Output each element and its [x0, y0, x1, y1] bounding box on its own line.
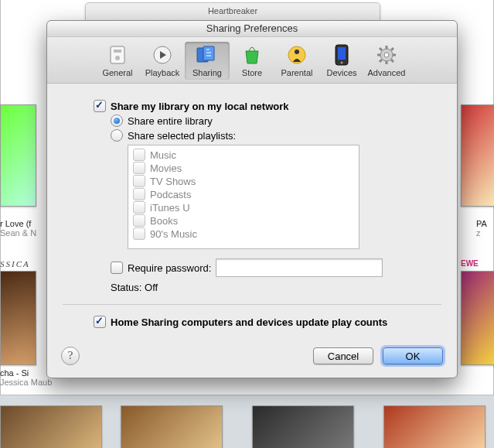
bg-caption: cha - Si	[0, 368, 29, 378]
cancel-button[interactable]: Cancel	[313, 347, 373, 364]
svg-line-20	[391, 48, 393, 50]
svg-rect-10	[338, 47, 346, 60]
playlist-item: Books	[150, 215, 178, 227]
device-icon	[329, 43, 354, 67]
home-sharing-label: Home Sharing computers and devices updat…	[111, 316, 387, 328]
tab-general[interactable]: General	[95, 42, 140, 80]
require-password-label: Require password:	[128, 262, 211, 274]
bg-caption: PA	[476, 219, 487, 228]
play-icon	[150, 43, 175, 67]
bg-caption: SSICA	[0, 259, 30, 268]
status-label: Status:	[111, 282, 145, 293]
share-library-label: Share my library on my local network	[111, 101, 288, 112]
tab-parental[interactable]: Parental	[274, 42, 319, 80]
playlist-checkbox[interactable]	[133, 175, 145, 187]
share-selected-label: Share selected playlists:	[128, 130, 236, 142]
window-title: Sharing Preferences	[47, 21, 457, 37]
svg-point-8	[295, 50, 299, 54]
playlist-checkbox[interactable]	[133, 149, 145, 161]
help-button[interactable]: ?	[61, 347, 80, 365]
tab-advanced[interactable]: Advanced	[364, 42, 409, 80]
tab-sharing[interactable]: Sharing	[185, 42, 230, 80]
svg-point-2	[115, 56, 120, 60]
bg-caption-sub: z	[476, 228, 481, 238]
playlist-item: Music	[150, 149, 176, 161]
home-sharing-checkbox[interactable]	[94, 316, 106, 328]
bg-caption-sub: Jessica Maub	[0, 378, 52, 387]
svg-rect-1	[114, 50, 121, 53]
background-tab: Heartbreaker	[85, 2, 380, 21]
svg-point-11	[341, 62, 343, 64]
toolbar: General Playback Sharing Store Parental …	[47, 37, 457, 84]
share-library-checkbox[interactable]	[94, 100, 106, 112]
playlist-item: Podcasts	[150, 189, 191, 200]
tab-store[interactable]: Store	[230, 42, 274, 80]
require-password-checkbox[interactable]	[111, 262, 123, 274]
playlist-checkbox[interactable]	[133, 214, 145, 227]
playlist-item: iTunes U	[150, 202, 190, 214]
svg-line-18	[380, 48, 382, 50]
password-field[interactable]	[216, 258, 383, 277]
ok-button[interactable]: OK	[383, 347, 443, 364]
playlist-list[interactable]: Music Movies TV Shows Podcasts iTunes U …	[128, 145, 359, 249]
share-entire-radio[interactable]	[111, 115, 123, 127]
parental-icon	[284, 43, 309, 67]
playlist-checkbox[interactable]	[133, 162, 145, 174]
share-selected-radio[interactable]	[111, 129, 123, 142]
bg-caption: r Love (f	[0, 219, 31, 228]
playlist-item: TV Shows	[150, 176, 196, 187]
bg-caption-sub: Sean & N	[0, 228, 36, 238]
playlist-item: Movies	[150, 162, 182, 174]
status-value: Off	[145, 282, 158, 293]
tab-devices[interactable]: Devices	[319, 42, 364, 80]
bag-icon	[240, 43, 264, 67]
share-entire-label: Share entire library	[128, 115, 213, 127]
playlist-checkbox[interactable]	[133, 188, 145, 200]
svg-point-13	[384, 53, 389, 57]
playlist-checkbox[interactable]	[133, 201, 145, 214]
preferences-dialog: Sharing Preferences General Playback Sha…	[46, 20, 458, 378]
svg-line-21	[380, 60, 382, 62]
svg-rect-0	[111, 46, 124, 63]
switch-icon	[105, 43, 130, 67]
tab-playback[interactable]: Playback	[140, 42, 185, 80]
svg-line-19	[391, 60, 393, 62]
gear-icon	[374, 43, 399, 67]
sharing-icon	[195, 43, 220, 67]
playlist-checkbox[interactable]	[133, 227, 145, 240]
playlist-item: 90's Music	[150, 228, 197, 240]
bg-caption: EWE	[461, 259, 479, 268]
svg-rect-6	[203, 46, 214, 60]
